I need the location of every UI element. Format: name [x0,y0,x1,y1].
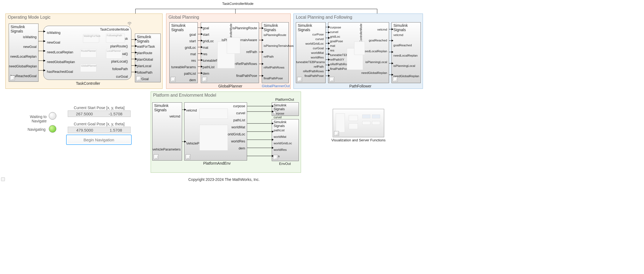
port: velcmd [392,33,420,37]
block-operating-in-simulink-signals[interactable]: Simulink Signals isWaiting newGoal needL… [9,24,38,82]
port: pathList [170,72,198,76]
block-global-out-simulink-signals[interactable]: Simulink Signals isPlanningRoute isPlann… [262,22,289,83]
region-title-local: Local Planning and Following [296,15,420,20]
port: worldRes [296,56,325,59]
port: tuneableParams [170,65,198,69]
port: newGoal [45,41,75,44]
state-routeplanner: RoutePlanner [81,50,96,52]
canvas-corner-icon[interactable] [1,177,5,181]
port: finalPathPose [262,77,289,80]
block-envout[interactable]: Simulink Signals pathList worldMat world… [272,119,299,161]
block-taskcontroller-chart[interactable]: TaskControllerMode isWaiting newGoal nee… [43,26,131,80]
label-pathfollower: PathFollower [347,84,374,88]
block-local-in-simulink-signals[interactable]: Simulink Signals curPose curvel worldGri… [296,22,326,83]
subsystem-icon [10,76,15,80]
state-globalplanner: GlobalPlanner [81,64,96,67]
region-title-platform: Platform and Enviornment Model [153,93,299,98]
region-title-operating: Operating Mode Logic [8,15,160,20]
block-platformandenv[interactable]: velcmd VehicleParameters curpose curvel … [184,102,247,161]
begin-navigation-button[interactable]: Begin Navigation [66,135,132,145]
label-current-start-pose: Current Start Pose [x, y, theta] [72,106,126,110]
label-visualization: Visualization and Server Functions [330,138,387,142]
label-platformout: PlatformOut [275,97,294,102]
label-taskcontroller: TaskController [69,81,107,86]
port: gridLoc [328,35,359,38]
signal-label-taskcontrollermode: TaskControllerMode [222,2,254,6]
port: goalReached [361,39,389,42]
val: 479.5000 [76,128,93,132]
port: needGlobalReplan [45,60,75,64]
title: Simulink Signals [153,103,182,113]
port: refPath [262,55,289,58]
port: worldMat [225,125,247,129]
title: Simulink Signals [296,22,325,33]
port: followPath [109,67,130,71]
subsystem-icon [334,131,339,136]
subsystem-icon [393,77,398,82]
port: curvel [328,30,359,34]
block-pathfollower[interactable]: TaskControllerMode curpose curvel gridLo… [328,22,389,83]
port: planLocal [135,64,160,68]
port: isPlanningLocal [361,60,389,64]
subsystem-icon [136,76,141,81]
port: tuneableTEBParams [296,60,325,64]
port: needLocalReplan [9,55,38,58]
port: dem [225,146,247,150]
block-global-in-simulink-signals[interactable]: Simulink Signals goal start gridLoc mat … [169,22,198,83]
lamp-navigating [49,125,56,133]
port: curpose [328,26,359,29]
port: res [170,59,198,63]
port: mat [170,52,198,56]
state-followingpath: FollowingPath [107,34,122,37]
port: curvel [225,111,247,115]
port: curGoal [109,75,130,79]
title: Simulink Signals [170,22,198,33]
block-platform-in-simulink-signals[interactable]: Simulink Signals velcmd vehicleParameter… [152,102,182,161]
val: 1.5708 [110,128,122,132]
block-globalplanner[interactable]: TaskControllerMode goal start gridLoc ma… [201,22,259,83]
port: newGoal [9,45,38,49]
port: planRoute [135,51,160,55]
port: isWaiting [9,35,38,39]
label-waiting-to-navigate: Waiting to Navigate [14,115,47,123]
port: worldGridLoc [272,142,299,145]
label-globalplanner: GlobalPlanner [217,84,244,88]
port: waitForTask [135,45,160,48]
port: needLocalReplan [361,50,389,53]
port: planRoute() [109,44,130,48]
port: pathList [225,118,247,122]
block-local-out-simulink-signals[interactable]: Simulink Signals velcmd goalReached need… [391,22,421,83]
label-globalplannerout-link[interactable]: GlobalPlannerOut [261,84,291,88]
port: needLocalReplan [45,50,75,54]
title: Simulink Signals [392,22,420,33]
port: nRefPathRows [296,70,325,73]
subsystem-icon [186,154,190,159]
port: needGlobalReplan [361,71,389,74]
state-waitingfortask: WaitingForTask [84,35,101,37]
title: Simulink Signals [272,103,299,112]
port: worldGridLoc [296,42,325,45]
port: worldMat [272,135,299,138]
port: planGlobal [135,58,160,61]
port: goalReached [392,44,420,47]
val: 267.5000 [76,112,93,116]
subsystem-icon [273,111,276,115]
block-operating-out-simulink-signals[interactable]: Simulink Signals waitForTask planRoute p… [135,34,161,82]
port: worldRes [272,148,299,151]
port: curvel [296,37,325,41]
label-envout: EnvOut [279,162,291,166]
port: isWaiting [45,31,75,35]
subsystem-icon [329,77,334,82]
label-navigating: Navigating [24,127,46,132]
port: followPath [135,71,160,74]
port: worldMat [296,51,325,54]
subsystem-icon [202,77,207,82]
subsystem-icon [154,154,158,159]
port: pathList [272,129,299,132]
port: isPlanningLocal [392,64,420,67]
block-platformout[interactable]: Simulink Signals curpose curvel [272,102,299,116]
block-visualization-server-functions[interactable] [333,109,384,137]
port: hasReachedGoal [45,70,75,74]
label-current-goal-pose: Current Goal Pose [x, y, theta] [72,122,126,126]
port: goal [170,33,198,37]
